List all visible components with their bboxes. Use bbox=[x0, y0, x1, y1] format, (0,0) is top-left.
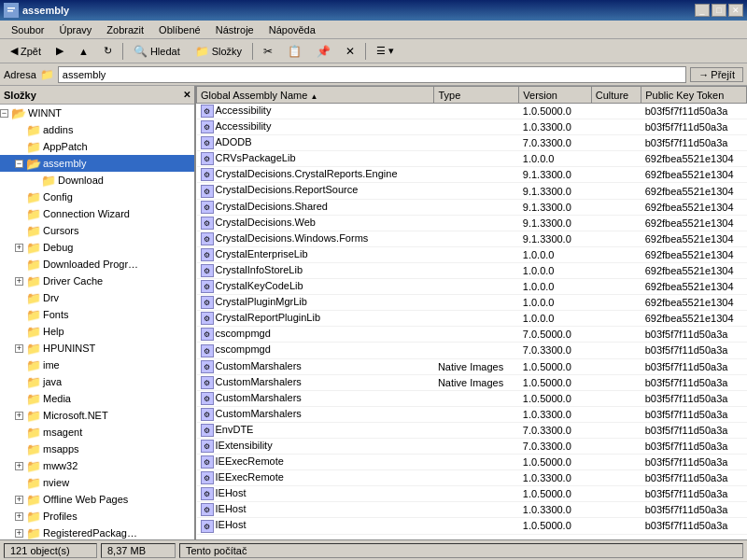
table-row[interactable]: ⚙CustomMarshalersNative Images1.0.5000.0… bbox=[197, 358, 747, 374]
tree-expander-mww32[interactable]: + bbox=[15, 462, 23, 470]
close-button[interactable]: ✕ bbox=[728, 4, 743, 17]
col-header-pubkey[interactable]: Public Key Token bbox=[641, 87, 747, 104]
table-row[interactable]: ⚙IEHost1.0.5000.0b03f5f7f11d50a3a bbox=[197, 518, 747, 534]
tree-item-fonts[interactable]: 📁Fonts bbox=[0, 306, 194, 323]
col-header-name[interactable]: Global Assembly Name ▲ bbox=[197, 87, 434, 104]
col-header-type[interactable]: Type bbox=[434, 87, 519, 104]
tree-item-download[interactable]: 📁Download bbox=[0, 172, 194, 189]
tree-expander-cursors[interactable] bbox=[15, 223, 26, 238]
table-row[interactable]: ⚙CRVsPackageLib1.0.0.0692fbea5521e1304 bbox=[197, 151, 747, 167]
minimize-button[interactable]: _ bbox=[695, 4, 710, 17]
folder-panel-close-button[interactable]: ✕ bbox=[183, 90, 190, 100]
tree-item-java[interactable]: 📁java bbox=[0, 373, 194, 390]
tree-expander-nview[interactable] bbox=[15, 475, 26, 490]
tree-expander-regpkg[interactable]: + bbox=[15, 529, 23, 538]
tree-item-drv[interactable]: 📁Drv bbox=[0, 289, 194, 306]
tree-expander-java[interactable] bbox=[15, 374, 26, 389]
menu-oblibene[interactable]: Oblíbené bbox=[151, 22, 208, 37]
table-row[interactable]: ⚙CustomMarshalers1.0.3300.0b03f5f7f11d50… bbox=[197, 406, 747, 422]
table-row[interactable]: ⚙cscompmgd7.0.5000.0b03f5f7f11d50a3a bbox=[197, 327, 747, 343]
tree-item-assembly[interactable]: −📂assembly bbox=[0, 155, 194, 172]
table-row[interactable]: ⚙IEExecRemote1.0.5000.0b03f5f7f11d50a3a bbox=[197, 455, 747, 470]
table-row[interactable]: ⚙CrystalReportPluginLib1.0.0.0692fbea552… bbox=[197, 311, 747, 327]
table-row[interactable]: ⚙CrystalKeyCodeLib1.0.0.0692fbea5521e130… bbox=[197, 279, 747, 295]
tree-expander-fonts[interactable] bbox=[15, 307, 26, 322]
go-button[interactable]: → Přejít bbox=[690, 67, 743, 82]
tree-item-apppatch[interactable]: 📁AppPatch bbox=[0, 138, 194, 155]
menu-napoveda[interactable]: Nápověda bbox=[261, 22, 323, 37]
tree-item-debug[interactable]: +📁Debug bbox=[0, 239, 194, 256]
tree-item-msnet[interactable]: +📁Microsoft.NET bbox=[0, 407, 194, 424]
tree-expander-config[interactable] bbox=[15, 189, 26, 204]
search-button[interactable]: 🔍 Hledat bbox=[127, 41, 187, 62]
tree-expander-dlcache[interactable] bbox=[15, 257, 26, 272]
table-row[interactable]: ⚙EnvDTE7.0.3300.0b03f5f7f11d50a3a bbox=[197, 422, 747, 438]
table-row[interactable]: ⚙Accessibility1.0.5000.0b03f5f7f11d50a3a bbox=[197, 104, 747, 119]
table-row[interactable]: ⚙CrystalDecisions.Windows.Forms9.1.3300.… bbox=[197, 231, 747, 246]
tree-item-nview[interactable]: 📁nview bbox=[0, 474, 194, 491]
move-button[interactable]: ✂ bbox=[257, 41, 279, 62]
tree-expander-ime[interactable] bbox=[15, 357, 26, 372]
tree-expander-download[interactable] bbox=[30, 173, 41, 188]
address-input[interactable] bbox=[58, 66, 686, 83]
col-header-culture[interactable]: Culture bbox=[591, 87, 641, 104]
copy-button[interactable]: 📋 bbox=[281, 41, 308, 62]
tree-expander-profiles[interactable]: + bbox=[15, 512, 23, 521]
folder-tree[interactable]: −📂WINNT📁addins📁AppPatch−📂assembly📁Downlo… bbox=[0, 105, 194, 539]
tree-item-regpkg[interactable]: +📁RegisteredPackag… bbox=[0, 525, 194, 539]
col-header-version[interactable]: Version bbox=[519, 87, 591, 104]
table-row[interactable]: ⚙Accessibility1.0.3300.0b03f5f7f11d50a3a bbox=[197, 119, 747, 135]
tree-expander-help[interactable] bbox=[15, 324, 26, 339]
up-button[interactable]: ▲ bbox=[72, 41, 95, 62]
forward-button[interactable]: ▶ bbox=[49, 41, 70, 62]
tree-item-addins[interactable]: 📁addins bbox=[0, 121, 194, 138]
tree-expander-connwiz[interactable] bbox=[15, 206, 26, 221]
tree-item-msagent[interactable]: 📁msagent bbox=[0, 424, 194, 441]
refresh-button[interactable]: ↻ bbox=[97, 41, 119, 62]
maximize-button[interactable]: □ bbox=[712, 4, 726, 17]
tree-expander-winnt[interactable]: − bbox=[0, 109, 8, 118]
tree-item-media[interactable]: 📁Media bbox=[0, 390, 194, 407]
table-row[interactable]: ⚙CustomMarshalers1.0.5000.0b03f5f7f11d50… bbox=[197, 390, 747, 406]
folders-button[interactable]: 📁 Složky bbox=[189, 41, 248, 62]
table-row[interactable]: ⚙CrystalEnterpriseLib1.0.0.0692fbea5521e… bbox=[197, 246, 747, 262]
menu-nastroje[interactable]: Nástroje bbox=[208, 22, 261, 37]
tree-expander-hpuninst[interactable]: + bbox=[15, 344, 23, 353]
table-row[interactable]: ⚙IEHost1.0.5000.0b03f5f7f11d50a3a bbox=[197, 486, 747, 502]
tree-item-offlineweb[interactable]: +📁Offline Web Pages bbox=[0, 491, 194, 508]
table-row[interactable]: ⚙CrystalDecisions.Web9.1.3300.0692fbea55… bbox=[197, 215, 747, 231]
table-row[interactable]: ⚙IEHost1.0.3300.0b03f5f7f11d50a3a bbox=[197, 502, 747, 518]
menu-soubor[interactable]: Soubor bbox=[4, 22, 51, 37]
tree-expander-debug[interactable]: + bbox=[15, 244, 23, 252]
tree-item-connwiz[interactable]: 📁Connection Wizard bbox=[0, 205, 194, 222]
table-row[interactable]: ⚙CrystalDecisions.ReportSource9.1.3300.0… bbox=[197, 183, 747, 199]
tree-item-dlcache[interactable]: 📁Downloaded Progr… bbox=[0, 256, 194, 273]
tree-item-hpuninst[interactable]: +📁HPUNINST bbox=[0, 340, 194, 357]
menu-zobrazit[interactable]: Zobrazit bbox=[99, 22, 151, 37]
back-button[interactable]: ◀ Zpět bbox=[4, 41, 48, 62]
table-row[interactable]: ⚙IEExecRemote1.0.3300.0b03f5f7f11d50a3a bbox=[197, 470, 747, 486]
table-row[interactable]: ⚙CrystalInfoStoreLib1.0.0.0692fbea5521e1… bbox=[197, 262, 747, 278]
tree-item-ime[interactable]: 📁ime bbox=[0, 357, 194, 373]
table-row[interactable]: ⚙CrystalPluginMgrLib1.0.0.0692fbea5521e1… bbox=[197, 295, 747, 311]
table-row[interactable]: ⚙CrystalDecisions.Shared9.1.3300.0692fbe… bbox=[197, 199, 747, 215]
tree-item-winnt[interactable]: −📂WINNT bbox=[0, 105, 194, 121]
tree-expander-media[interactable] bbox=[15, 391, 26, 406]
paste-button[interactable]: 📌 bbox=[310, 41, 337, 62]
tree-item-msapps[interactable]: 📁msapps bbox=[0, 441, 194, 457]
tree-item-help[interactable]: 📁Help bbox=[0, 323, 194, 340]
file-scroll[interactable]: Global Assembly Name ▲ Type Version Cult… bbox=[196, 86, 747, 539]
tree-item-mww32[interactable]: +📁mww32 bbox=[0, 457, 194, 474]
menu-upravy[interactable]: Úpravy bbox=[51, 22, 99, 37]
views-button[interactable]: ☰ ▾ bbox=[370, 41, 401, 62]
table-row[interactable]: ⚙IExtensibility7.0.3300.0b03f5f7f11d50a3… bbox=[197, 438, 747, 454]
tree-expander-msapps[interactable] bbox=[15, 441, 26, 456]
tree-item-cursors[interactable]: 📁Cursors bbox=[0, 222, 194, 239]
tree-expander-addins[interactable] bbox=[15, 122, 26, 137]
tree-expander-apppatch[interactable] bbox=[15, 139, 26, 154]
tree-expander-offlineweb[interactable]: + bbox=[15, 496, 23, 504]
delete-button[interactable]: ✕ bbox=[339, 41, 361, 62]
tree-item-config[interactable]: 📁Config bbox=[0, 189, 194, 205]
table-row[interactable]: ⚙cscompmgd7.0.3300.0b03f5f7f11d50a3a bbox=[197, 343, 747, 358]
tree-expander-msagent[interactable] bbox=[15, 425, 26, 440]
